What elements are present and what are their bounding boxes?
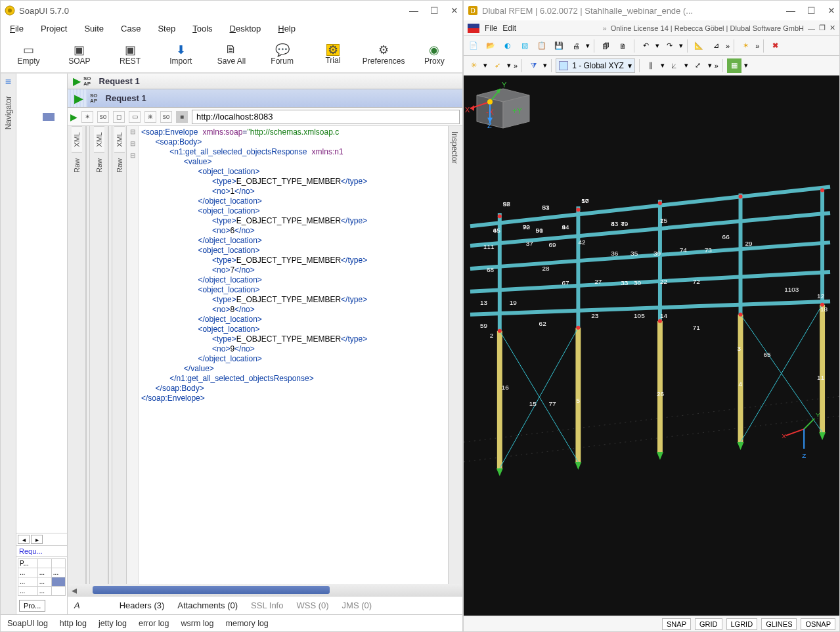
menu-help[interactable]: Help [275, 22, 298, 35]
status-glines[interactable]: GLINES [761, 618, 797, 630]
select-button[interactable]: ◻ [113, 111, 125, 123]
mdi-minimize-button[interactable]: — [808, 24, 815, 32]
request-top-tab[interactable]: Request 1 [94, 75, 145, 87]
menu-suite[interactable]: Suite [81, 22, 106, 35]
status-osnap[interactable]: OSNAP [801, 618, 835, 630]
menu-case[interactable]: Case [118, 22, 143, 35]
error-log-tab[interactable]: error log [139, 619, 169, 628]
toolbar-soap[interactable]: ▣SOAP [56, 43, 102, 66]
jms-tab[interactable]: JMS (0) [342, 600, 372, 610]
render-button[interactable]: ▦ [727, 58, 741, 73]
undo-button[interactable]: ↶ [638, 39, 653, 53]
node-tool[interactable]: ✳ [466, 58, 481, 73]
inspector-tab[interactable]: Inspector [449, 126, 460, 169]
save-button[interactable]: 💾 [552, 39, 566, 53]
close-button[interactable]: ✕ [451, 5, 458, 16]
status-lgrid[interactable]: LGRID [726, 618, 758, 630]
endpoint-input[interactable] [192, 110, 460, 124]
wss-tab[interactable]: WSS (0) [296, 600, 328, 610]
horizontal-scrollbar[interactable]: ◂ [68, 584, 462, 596]
menu-file[interactable]: File [7, 22, 26, 35]
minimize-button[interactable]: — [786, 5, 795, 16]
mdi-restore-button[interactable]: ❐ [819, 24, 826, 32]
print-dd[interactable]: ▾ [586, 41, 590, 50]
rfem-3d-viewport[interactable]: X Y Z 5851574570504443497511137694236353… [464, 76, 839, 616]
status-snap[interactable]: SNAP [662, 618, 691, 630]
run-button[interactable]: ▶ [74, 91, 83, 106]
memory-log-tab[interactable]: memory log [226, 619, 269, 628]
toolbar-save-all[interactable]: 🗎Save All [209, 43, 254, 66]
menu-overflow-left[interactable]: » [603, 24, 607, 32]
nav-pro-button[interactable]: Pro... [19, 600, 45, 612]
menu-desktop[interactable]: Desktop [227, 22, 264, 35]
copy-button[interactable]: 📋 [535, 39, 549, 53]
xml-response-viewer[interactable]: <soap:Envelope xmlns:soap="http://schema… [139, 126, 448, 584]
resp-raw-tab2[interactable]: Raw [114, 153, 125, 178]
navigator-tree[interactable] [16, 74, 67, 533]
toolbar-forum[interactable]: 💬Forum [259, 43, 305, 66]
menu-project[interactable]: Project [38, 22, 70, 35]
toolbar-trial[interactable]: ⚙Trial [310, 44, 355, 65]
resp-raw-tab[interactable]: Raw [94, 153, 104, 178]
thumb-header[interactable]: P... [18, 559, 38, 568]
cancel-button[interactable]: ✖ [768, 39, 782, 53]
fold-handle[interactable]: ⊟ [127, 138, 138, 150]
headers-tab[interactable]: Headers (3) [120, 600, 165, 610]
fold-handle[interactable]: ⊟ [127, 150, 138, 162]
rfem-menu-file[interactable]: File [485, 24, 497, 33]
run-small-button[interactable]: ▶ [70, 112, 77, 122]
toolbar-preferences[interactable]: ⚙Preferences [361, 43, 407, 66]
rfem-menu-edit[interactable]: Edit [502, 24, 516, 33]
snap-tool[interactable]: ⤢ [691, 58, 705, 73]
ssl-tab[interactable]: SSL Info [251, 600, 283, 610]
doc-button[interactable]: 🗎 [615, 39, 630, 53]
tb1-overflow[interactable]: » [726, 42, 730, 50]
flag-icon[interactable] [468, 24, 479, 33]
redo-button[interactable]: ↷ [662, 39, 676, 53]
tb1-overflow-2[interactable]: » [755, 42, 759, 50]
attachments-tab[interactable]: Attachments (0) [177, 600, 238, 610]
http-log-tab[interactable]: http log [60, 619, 87, 628]
toolbar-import[interactable]: ⬇Import [158, 43, 204, 66]
tb2-overflow-2[interactable]: » [715, 62, 718, 70]
resp-xml-tab[interactable]: XML [94, 126, 104, 153]
print-button[interactable]: 🖨 [569, 39, 583, 53]
angle-tool[interactable]: ⟀ [667, 58, 682, 73]
soapui-log-tab[interactable]: SoapUI log [7, 619, 48, 628]
maximize-button[interactable]: ☐ [430, 5, 439, 16]
filter-button[interactable]: ⧩ [526, 58, 541, 73]
req-xml-tab[interactable]: XML [72, 126, 82, 153]
nav-requ-label[interactable]: Requ... [16, 546, 67, 557]
maximize-button[interactable]: ☐ [807, 5, 816, 16]
member-tool[interactable]: ➶ [490, 58, 504, 73]
coord-system-combo[interactable]: 1 - Global XYZ ▾ [556, 58, 635, 73]
new-button[interactable]: 📄 [466, 39, 481, 53]
minimize-button[interactable]: — [409, 5, 418, 16]
cloud-button[interactable]: ◐ [500, 39, 515, 53]
mdi-close-button[interactable]: ✕ [829, 24, 835, 32]
block-button[interactable]: ▧ [518, 39, 532, 53]
menu-tools[interactable]: Tools [190, 22, 215, 35]
jetty-log-tab[interactable]: jetty log [99, 619, 127, 628]
menu-step[interactable]: Step [155, 22, 178, 35]
box-button[interactable]: ▭ [129, 111, 141, 123]
request-tab[interactable]: Request 1 [100, 92, 152, 104]
list-icon[interactable]: ≡ [5, 76, 11, 88]
parallel-tool[interactable]: ∥ [644, 58, 658, 73]
navigator-tab[interactable]: Navigator [3, 92, 14, 133]
star-tool-button[interactable]: ✶ [738, 39, 753, 53]
soap-opts2-button[interactable]: so [160, 111, 172, 123]
report-button[interactable]: 🗐 [598, 39, 613, 53]
thumb-cell[interactable]: ... [18, 587, 38, 596]
status-grid[interactable]: GRID [695, 618, 722, 630]
nav-next-button[interactable]: ▸ [31, 535, 43, 544]
resp-xml-tab2[interactable]: XML [114, 126, 125, 153]
req-raw-tab[interactable]: Raw [72, 153, 82, 178]
open-button[interactable]: 📂 [483, 39, 498, 53]
tb2-overflow[interactable]: » [514, 62, 518, 70]
nav-prev-button[interactable]: ◂ [18, 535, 30, 544]
add-assert-button[interactable]: ✶ [81, 111, 93, 123]
run-top-button[interactable]: ▶ [73, 75, 81, 87]
soap-opts-button[interactable]: so [97, 111, 109, 123]
dimension-button[interactable]: ⊿ [709, 39, 723, 53]
